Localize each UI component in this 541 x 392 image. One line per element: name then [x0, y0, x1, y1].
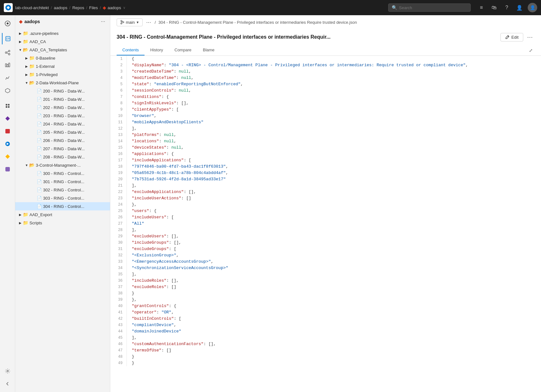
code-line-26: 26"includeUsers": [	[110, 214, 541, 221]
search-icon: 🔍	[392, 5, 397, 10]
line-code-3: "createdDateTime": null,	[126, 68, 541, 75]
breadcrumb-org[interactable]: lab-cloud-architekt	[15, 5, 49, 10]
tree-item-207[interactable]: ▶ 📄 207 - RING - Data-W...	[15, 145, 110, 153]
baseline-more-btn[interactable]: ⋯	[101, 55, 107, 61]
help-icon[interactable]: ?	[502, 3, 511, 12]
line-code-43: "compliantDevice",	[126, 322, 541, 328]
tree-item-302[interactable]: ▶ 📄 302 - RING - Control...	[15, 186, 110, 194]
line-number-42: 42	[110, 316, 126, 322]
tree-item-3-control[interactable]: ▼ 📂 3-Control-Managment-...	[15, 161, 110, 169]
sidebar-icon-extensions[interactable]	[2, 100, 13, 112]
tree-item-azure-pipelines[interactable]: ▶ 📁 .azure-pipelines	[15, 29, 110, 37]
line-number-47: 47	[110, 347, 126, 354]
tree-item-1-privileged[interactable]: ▶ 📁 1-Privileged	[15, 70, 110, 79]
tree-item-2-data-workload[interactable]: ▼ 📂 2-Data-Workload-Plane	[15, 79, 110, 87]
line-number-8: 8	[110, 100, 126, 106]
tab-history[interactable]: History	[145, 45, 169, 55]
tree-item-300[interactable]: ▶ 📄 300 - RING - Control...	[15, 169, 110, 177]
line-code-27: "All"	[126, 221, 541, 227]
account-icon[interactable]: 👤	[515, 3, 524, 12]
tree-item-301[interactable]: ▶ 📄 301 - RING - Control...	[15, 177, 110, 186]
tab-contents[interactable]: Contents	[117, 45, 145, 55]
breadcrumb-chevron: ∨	[123, 6, 126, 10]
tab-compare[interactable]: Compare	[169, 45, 197, 55]
tree-item-303[interactable]: ▶ 📄 303 - RING - Control...	[15, 194, 110, 202]
breadcrumb-files[interactable]: Files	[89, 5, 98, 10]
code-line-33: 33"<EmergencyAccessAccountsGroup>",	[110, 259, 541, 265]
line-number-38: 38	[110, 290, 126, 297]
bag-icon[interactable]: 🛍	[490, 3, 499, 12]
line-number-46: 46	[110, 341, 126, 347]
sidebar-icon-yellow[interactable]	[2, 151, 13, 162]
sidebar-icon-overview[interactable]	[2, 18, 13, 29]
content-area: main ▼ ⋯ / 304 - RING - Control-Manageme…	[110, 15, 541, 392]
sidebar-icon-red[interactable]	[2, 125, 13, 137]
app-logo[interactable]	[4, 3, 13, 12]
tab-blame[interactable]: Blame	[197, 45, 220, 55]
tree-item-201[interactable]: ▶ 📄 201 - RING - Data-W...	[15, 95, 110, 103]
list-icon[interactable]: ≡	[477, 3, 486, 12]
tree-item-scripts[interactable]: ▶ 📁 Scripts	[15, 219, 110, 227]
breadcrumb-repos[interactable]: Repos	[72, 5, 84, 10]
tree-label-204: 204 - RING - Data-W...	[43, 122, 107, 126]
line-number-32: 32	[110, 252, 126, 259]
repo-more-btn[interactable]: ⋯	[100, 19, 106, 24]
svg-line-11	[7, 53, 8, 54]
svg-point-8	[8, 50, 10, 52]
code-line-45: 45],	[110, 335, 541, 341]
search-bar[interactable]: 🔍	[388, 3, 471, 12]
arrow-3-control: ▼	[24, 163, 29, 168]
tree-item-200[interactable]: ▶ 📄 200 - RING - Data-W...	[15, 87, 110, 95]
tree-item-204[interactable]: ▶ 📄 204 - RING - Data-W...	[15, 120, 110, 128]
folder-icon-1-privileged: 📁	[29, 72, 35, 77]
content-header: main ▼ ⋯ / 304 - RING - Control-Manageme…	[110, 15, 541, 56]
branch-name: main	[126, 20, 135, 25]
sidebar-icon-testplans[interactable]	[2, 72, 13, 84]
sidebar-icon-collapse[interactable]	[2, 378, 13, 389]
sidebar-icon-boards[interactable]	[2, 60, 13, 71]
tree-item-aad-export[interactable]: ▶ 📁 AAD_Export	[15, 210, 110, 219]
expand-icon[interactable]: ⤢	[527, 47, 535, 54]
code-viewer[interactable]: 1{2"displayName": "304 - <RING> - Contro…	[110, 56, 541, 392]
tree-item-208[interactable]: ▶ 📄 208 - RING - Data-W...	[15, 153, 110, 161]
tree-item-0-baseline[interactable]: ▶ 📁 0-Baseline ⋯	[15, 54, 110, 62]
tree-label-206: 206 - RING - Data-W...	[43, 138, 107, 143]
tree-item-205[interactable]: ▶ 📄 205 - RING - Data-W...	[15, 128, 110, 136]
svg-point-7	[5, 52, 7, 54]
line-code-45: ],	[126, 335, 541, 341]
tree-label-0-baseline: 0-Baseline	[36, 56, 101, 61]
sidebar-icon-repos[interactable]	[2, 33, 13, 44]
code-line-31: 31"excludeGroups": [	[110, 246, 541, 252]
sidebar-icon-purple2[interactable]	[2, 164, 13, 175]
arrow-0-baseline: ▶	[24, 55, 29, 61]
tree-item-304[interactable]: ▶ 📄 304 - RING - Control...	[15, 202, 110, 210]
tree-label-303: 303 - RING - Control...	[43, 196, 107, 201]
breadcrumb-project[interactable]: aadops	[54, 5, 68, 10]
avatar[interactable]: 👤	[528, 3, 537, 12]
tree-item-202[interactable]: ▶ 📄 202 - RING - Data-W...	[15, 103, 110, 112]
breadcrumb-repo[interactable]: aadops	[107, 5, 121, 10]
svg-marker-22	[5, 154, 10, 159]
code-line-28: 28],	[110, 227, 541, 233]
tree-item-206[interactable]: ▶ 📄 206 - RING - Data-W...	[15, 136, 110, 145]
sidebar-icon-pipelines[interactable]	[2, 47, 13, 58]
tree-label-scripts: Scripts	[29, 221, 107, 225]
search-input[interactable]	[399, 5, 467, 10]
tree-item-203[interactable]: ▶ 📄 203 - RING - Data-W...	[15, 112, 110, 120]
sidebar-icon-settings[interactable]	[2, 365, 13, 377]
repo-actions: ⋯	[100, 19, 106, 24]
sidebar-icon-devops[interactable]	[2, 138, 13, 150]
file-more-button[interactable]: ⋯	[525, 32, 535, 42]
sidebar-icon-purple1[interactable]	[2, 113, 13, 124]
tree-label-3-control: 3-Control-Managment-...	[36, 163, 107, 168]
line-number-34: 34	[110, 265, 126, 271]
edit-button[interactable]: Edit	[500, 33, 523, 42]
tree-item-aad-ca[interactable]: ▶ 📁 AAD_CA	[15, 37, 110, 46]
tree-item-1-external[interactable]: ▶ 📁 1-External	[15, 62, 110, 70]
line-code-42: "builtInControls": [	[126, 316, 541, 322]
branch-more-btn[interactable]: ⋯	[145, 19, 152, 26]
tree-item-aad-ca-templates[interactable]: ▼ 📂 AAD_CA_Templates	[15, 46, 110, 54]
branch-selector[interactable]: main ▼	[117, 18, 143, 26]
code-line-5: 5"state": "enabledForReportingButNotEnfo…	[110, 81, 541, 87]
sidebar-icon-artifacts[interactable]	[2, 85, 13, 96]
